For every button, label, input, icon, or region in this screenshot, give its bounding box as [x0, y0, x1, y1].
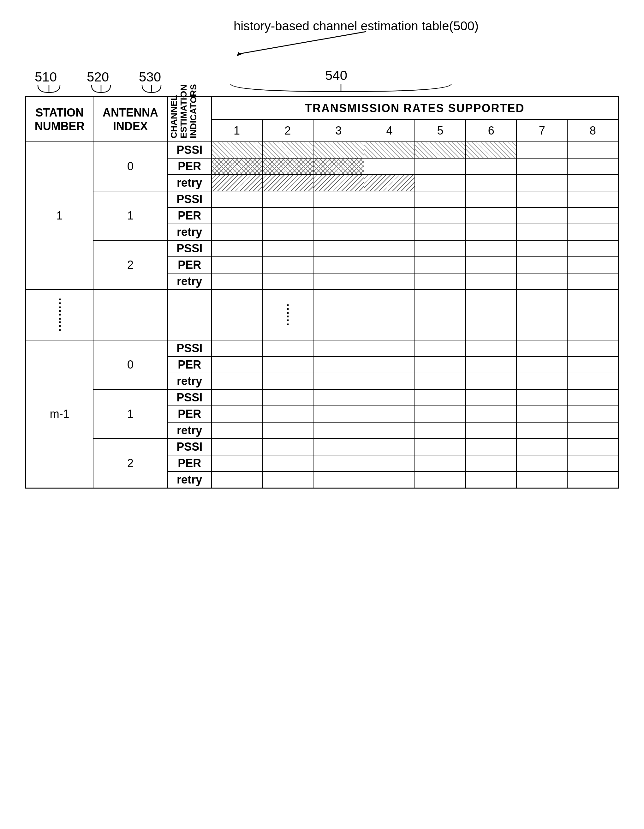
rate-col-8: 8 — [567, 119, 618, 142]
s1-a0-per-label: PER — [168, 158, 211, 175]
sm-a2-pssi-label: PSSI — [168, 439, 211, 455]
sm-a1-pssi: 1 PSSI — [26, 389, 619, 406]
ref-510: 510 — [35, 69, 57, 85]
sm-antenna-2-label: 2 — [93, 439, 167, 488]
s1-a0-retry-label: retry — [168, 175, 211, 191]
ref-530: 530 — [139, 69, 161, 85]
rate-col-4: 4 — [364, 119, 415, 142]
rate-col-6: 6 — [466, 119, 516, 142]
s1-antenna-2-label: 2 — [93, 240, 167, 290]
col-header-station: STATIONNUMBER — [26, 97, 93, 142]
dots-r7 — [516, 290, 567, 340]
s1-a0-pssi-r8 — [567, 142, 618, 158]
station-1-label: 1 — [26, 142, 93, 290]
dots-antenna — [93, 290, 167, 340]
sm-a1-pssi-label: PSSI — [168, 389, 211, 406]
s1-a0-per-r3 — [313, 158, 364, 175]
s1-a2-pssi: 2 PSSI — [26, 240, 619, 257]
title-arrow — [177, 28, 398, 60]
ref-540: 540 — [325, 68, 347, 83]
s1-a0-per-r2 — [262, 158, 313, 175]
s1-a0-per-r7 — [516, 158, 567, 175]
sm-a2-per-label: PER — [168, 455, 211, 471]
s1-a0-per-r4 — [364, 158, 415, 175]
title-label: history-based channel estimation table(5… — [234, 19, 479, 33]
dots-r6 — [466, 290, 516, 340]
rate-col-7: 7 — [516, 119, 567, 142]
s1-antenna-0-label: 0 — [93, 142, 167, 191]
s1-a0-pssi-r1 — [211, 142, 262, 158]
s1-a0-retry-r3 — [313, 175, 364, 191]
rate-col-5: 5 — [415, 119, 466, 142]
ref-numbers-row: 510 520 530 540 — [25, 66, 619, 95]
sm-a2-retry-label: retry — [168, 471, 211, 488]
ref-520: 520 — [87, 69, 109, 85]
ref-510-arrow — [31, 84, 66, 93]
col-header-channel: CHANNELESTIMATIONINDICATORS — [168, 97, 211, 142]
s1-a0-per-r5 — [415, 158, 466, 175]
s1-a0-retry-r7 — [516, 175, 567, 191]
rate-col-3: 3 — [313, 119, 364, 142]
title-area: history-based channel estimation table(5… — [25, 19, 619, 60]
dots-r8 — [567, 290, 618, 340]
dots-r1 — [211, 290, 262, 340]
dots-row: ⋮⋮⋮ ⋮⋮ — [26, 290, 619, 340]
channel-label: CHANNELESTIMATIONINDICATORS — [168, 97, 203, 142]
sm-antenna-1-label: 1 — [93, 389, 167, 439]
s1-a0-pssi-r3 — [313, 142, 364, 158]
s1-a0-pssi-r2 — [262, 142, 313, 158]
s1-a0-retry-r8 — [567, 175, 618, 191]
svg-marker-1 — [237, 52, 241, 56]
s1-a0-per-r8 — [567, 158, 618, 175]
sm-a0-retry-label: retry — [168, 373, 211, 389]
svg-line-0 — [240, 32, 366, 54]
s1-a0-retry-r6 — [466, 175, 516, 191]
s1-a0-retry-r5 — [415, 175, 466, 191]
dots-r5 — [415, 290, 466, 340]
dots-center: ⋮⋮ — [262, 290, 313, 340]
s1-a2-retry-label: retry — [168, 273, 211, 290]
ref-540-arrow — [215, 82, 467, 93]
ref-520-arrow — [88, 84, 117, 93]
s1-a2-pssi-label: PSSI — [168, 240, 211, 257]
col-header-transmission: TRANSMISSION RATES SUPPORTED — [211, 97, 619, 120]
s1-a0-retry-r1 — [211, 175, 262, 191]
dots-station: ⋮⋮⋮ — [26, 290, 93, 340]
dots-r4 — [364, 290, 415, 340]
s1-a1-pssi-label: PSSI — [168, 191, 211, 208]
col-header-antenna: ANTENNAINDEX — [93, 97, 167, 142]
s1-a2-per-label: PER — [168, 257, 211, 273]
sm-a0-pssi: m-1 0 PSSI — [26, 340, 619, 356]
s1-a0-retry-r2 — [262, 175, 313, 191]
sm-antenna-0-label: 0 — [93, 340, 167, 389]
sm-a1-per-label: PER — [168, 406, 211, 422]
s1-a0-retry-r4 — [364, 175, 415, 191]
dots-r3 — [313, 290, 364, 340]
s1-a0-per-r6 — [466, 158, 516, 175]
dots-channel — [168, 290, 211, 340]
sm-a2-pssi: 2 PSSI — [26, 439, 619, 455]
station-m-label: m-1 — [26, 340, 93, 488]
s1-a0-per-r1 — [211, 158, 262, 175]
s1-a0-pssi-r5 — [415, 142, 466, 158]
sm-a0-pssi-label: PSSI — [168, 340, 211, 356]
ref-530-arrow — [139, 84, 167, 93]
s1-a0-pssi-r4 — [364, 142, 415, 158]
rate-col-2: 2 — [262, 119, 313, 142]
s1-a0-pssi-label: PSSI — [168, 142, 211, 158]
s1-a1-retry-label: retry — [168, 224, 211, 240]
s1-a0-pssi: 1 0 PSSI — [26, 142, 619, 158]
s1-a1-per-label: PER — [168, 208, 211, 224]
s1-a1-pssi: 1 PSSI — [26, 191, 619, 208]
sm-a0-per-label: PER — [168, 356, 211, 373]
s1-a0-pssi-r7 — [516, 142, 567, 158]
page-container: history-based channel estimation table(5… — [25, 19, 619, 489]
sm-a1-retry-label: retry — [168, 422, 211, 439]
s1-antenna-1-label: 1 — [93, 191, 167, 240]
s1-a0-pssi-r6 — [466, 142, 516, 158]
rate-col-1: 1 — [211, 119, 262, 142]
main-table: STATIONNUMBER ANTENNAINDEX CHANNELESTIMA… — [25, 96, 619, 489]
header-row: STATIONNUMBER ANTENNAINDEX CHANNELESTIMA… — [26, 97, 619, 120]
